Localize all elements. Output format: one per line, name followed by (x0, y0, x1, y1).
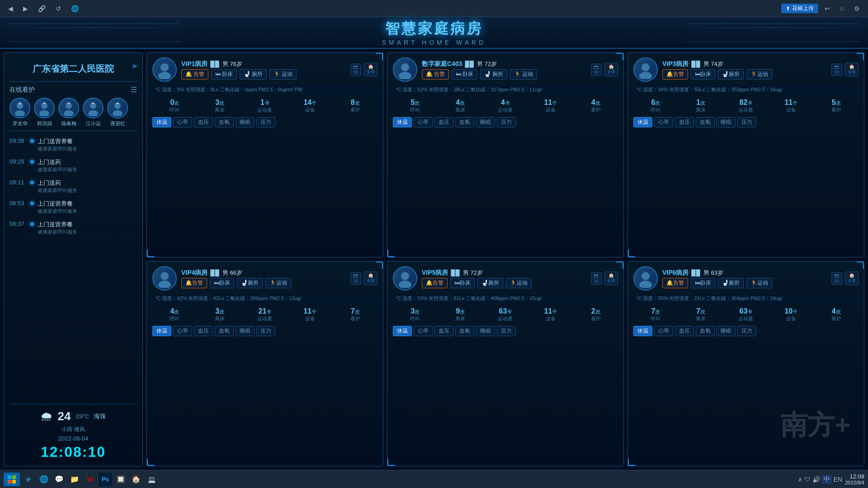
bed-btn-vip6[interactable]: 🛏卧床 (691, 278, 715, 288)
icon-fullview-vip6[interactable]: 🏠 全景 (845, 272, 859, 285)
taskbar-app-home[interactable]: 🏠 (129, 473, 143, 486)
vital-spo2-vip3[interactable]: 血氧 (696, 117, 715, 127)
alert-btn-c403[interactable]: 🔔告警 (422, 69, 449, 80)
taskbar-app-monitor[interactable]: 💻 (145, 473, 158, 486)
bed-btn-vip3[interactable]: 🛏卧床 (691, 69, 715, 80)
bed-btn-vip5[interactable]: 🛏卧床 (450, 278, 475, 288)
vital-spo2-vip5[interactable]: 血氧 (455, 326, 474, 336)
vital-stress-vip1[interactable]: 压力 (256, 117, 275, 127)
icon-fullview-vip1[interactable]: 🏠 全景 (364, 63, 377, 76)
vital-temp-c403[interactable]: 休温 (393, 117, 412, 127)
nurse-item-5[interactable]: 唐迎红 (107, 98, 128, 127)
vital-temp-vip1[interactable]: 休温 (152, 117, 171, 127)
toilet-btn-vip3[interactable]: 🚽厕所 (718, 69, 744, 80)
vital-hr-vip6[interactable]: 心率 (654, 326, 673, 336)
exercise-btn-vip5[interactable]: 🏃运动 (506, 278, 532, 288)
star-icon[interactable]: ☆ (836, 4, 848, 13)
taskbar-app-files[interactable]: 📁 (68, 473, 81, 486)
systray-expand[interactable]: ∧ (798, 476, 802, 483)
vital-temp-vip4[interactable]: 休温 (152, 326, 171, 336)
bed-btn-vip1[interactable]: 🛏卧床 (211, 69, 237, 80)
start-button[interactable] (4, 473, 20, 486)
exercise-btn-vip6[interactable]: 🏃运动 (746, 278, 772, 288)
bed-btn-vip4[interactable]: 🛏卧床 (210, 278, 234, 288)
exercise-btn-vip1[interactable]: 🏃运动 (269, 69, 297, 80)
vital-spo2-vip4[interactable]: 血氧 (215, 326, 234, 336)
vital-hr-vip3[interactable]: 心率 (654, 117, 673, 127)
taskbar-app-ie[interactable]: e (22, 473, 35, 486)
refresh-button[interactable]: ↺ (53, 4, 64, 13)
vital-hr-vip1[interactable]: 心率 (173, 117, 192, 127)
taskbar-app-chrome[interactable]: 🌐 (37, 473, 51, 486)
systray-lang[interactable]: 中 (822, 475, 832, 484)
nurse-item-4[interactable]: 江小运 (83, 98, 104, 127)
icon-3d-vip4[interactable]: 🗔 3D (350, 272, 361, 285)
globe-button[interactable]: 🌐 (68, 4, 81, 13)
exercise-btn-c403[interactable]: 🏃运动 (510, 69, 537, 80)
vital-hr-c403[interactable]: 心率 (414, 117, 433, 127)
icon-3d-vip1[interactable]: 🗔 3D (350, 64, 361, 76)
toilet-btn-vip5[interactable]: 🚽厕所 (477, 278, 503, 288)
filter-icon[interactable]: ☰ (131, 85, 137, 94)
icon-3d-vip3[interactable]: 🗔 3D (831, 64, 842, 76)
systray-volume[interactable]: 🔊 (812, 476, 820, 483)
vital-sleep-vip1[interactable]: 睡眠 (236, 117, 255, 127)
vital-bp-vip3[interactable]: 血压 (675, 117, 694, 127)
nurse-item-3[interactable]: 陈春梅 (58, 98, 79, 127)
vital-spo2-vip1[interactable]: 血氧 (215, 117, 234, 127)
vital-bp-vip5[interactable]: 血压 (434, 326, 453, 336)
exercise-btn-vip4[interactable]: 🏃运动 (265, 278, 291, 288)
vital-bp-vip4[interactable]: 血压 (194, 326, 213, 336)
toilet-btn-c403[interactable]: 🚽厕所 (480, 69, 507, 80)
alert-btn-vip6[interactable]: 🔔告警 (662, 278, 688, 288)
vital-hr-vip5[interactable]: 心率 (414, 326, 433, 336)
alert-btn-vip3[interactable]: 🔔告警 (662, 69, 688, 80)
back-button[interactable]: ◀ (5, 4, 16, 13)
taskbar-app-wps[interactable]: W (83, 473, 97, 486)
icon-fullview-vip3[interactable]: 🏠 全景 (845, 63, 859, 76)
upload-button[interactable]: ⬆ 花椒上传 (781, 4, 818, 13)
systray-shield[interactable]: 🛡 (804, 476, 811, 483)
vital-temp-vip3[interactable]: 休温 (633, 117, 652, 127)
vital-sleep-vip6[interactable]: 睡眠 (717, 326, 736, 336)
vital-temp-vip5[interactable]: 休温 (393, 326, 412, 336)
icon-fullview-vip5[interactable]: 🏠 全景 (604, 272, 618, 285)
vital-spo2-vip6[interactable]: 血氧 (696, 326, 715, 336)
vital-sleep-vip5[interactable]: 睡眠 (476, 326, 495, 336)
vital-sleep-c403[interactable]: 睡眠 (476, 117, 495, 127)
share-icon[interactable]: ↩ (822, 4, 833, 13)
icon-3d-vip6[interactable]: 🗔 3D (831, 272, 842, 285)
vital-spo2-c403[interactable]: 血氧 (455, 117, 474, 127)
taskbar-app-wechat[interactable]: 💬 (52, 473, 66, 486)
settings-icon[interactable]: ⚙ (851, 4, 863, 13)
bed-btn-c403[interactable]: 🛏卧床 (452, 69, 477, 80)
taskbar-app-ps[interactable]: Ps (99, 473, 112, 486)
alert-btn-vip1[interactable]: 🔔告警 (181, 69, 208, 80)
vital-bp-vip6[interactable]: 血压 (675, 326, 694, 336)
icon-fullview-c403[interactable]: 🏠 全景 (604, 63, 618, 76)
exercise-btn-vip3[interactable]: 🏃运动 (746, 69, 772, 80)
alert-btn-vip4[interactable]: 🔔告警 (181, 278, 207, 288)
vital-bp-c403[interactable]: 血压 (434, 117, 453, 127)
icon-fullview-vip4[interactable]: 🏠 全景 (364, 272, 377, 285)
nurse-item-2[interactable]: 郭洪娟 (34, 98, 55, 127)
toilet-btn-vip4[interactable]: 🚽厕所 (237, 278, 263, 288)
vital-bp-vip1[interactable]: 血压 (194, 117, 213, 127)
toilet-btn-vip6[interactable]: 🚽厕所 (718, 278, 744, 288)
taskbar-clock[interactable]: 12:08 2022/8/4 (845, 473, 864, 485)
vital-stress-vip3[interactable]: 压力 (737, 117, 756, 127)
toilet-btn-vip1[interactable]: 🚽厕所 (240, 69, 267, 80)
taskbar-app-box[interactable]: 🔲 (114, 473, 127, 486)
vital-sleep-vip4[interactable]: 睡眠 (236, 326, 255, 336)
systray-en[interactable]: EN (834, 476, 842, 483)
vital-stress-vip6[interactable]: 压力 (737, 326, 756, 336)
icon-3d-c403[interactable]: 🗔 3D (591, 64, 602, 76)
forward-button[interactable]: ▶ (20, 4, 31, 13)
vital-stress-c403[interactable]: 压力 (497, 117, 516, 127)
alert-btn-vip5[interactable]: 🔔告警 (422, 278, 448, 288)
vital-temp-vip6[interactable]: 休温 (633, 326, 652, 336)
nav-buttons[interactable]: ◀ ▶ 🔗 ↺ 🌐 (5, 4, 81, 13)
nurse-item-1[interactable]: 罗友华 (9, 98, 30, 127)
bookmark-button[interactable]: 🔗 (35, 4, 48, 13)
vital-sleep-vip3[interactable]: 睡眠 (717, 117, 736, 127)
